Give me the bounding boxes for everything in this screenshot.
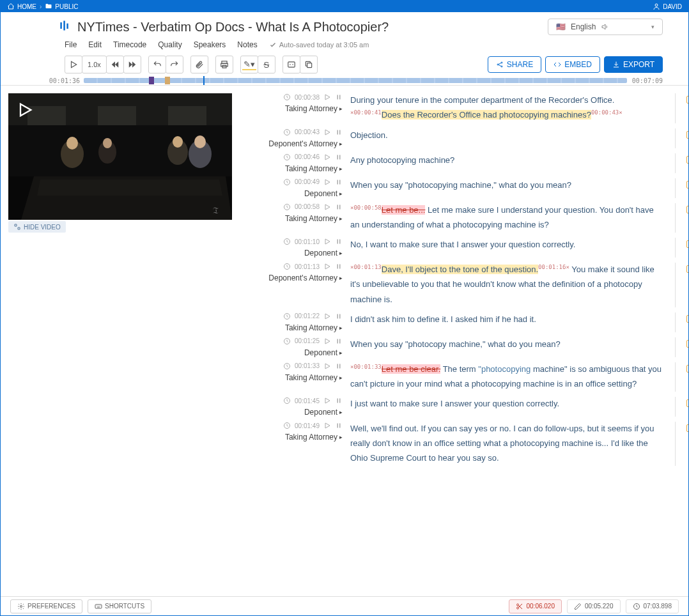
menu-timecode[interactable]: Timecode — [113, 40, 146, 49]
forward-button[interactable] — [123, 56, 141, 73]
export-button[interactable]: EXPORT — [604, 56, 663, 73]
pause-segment-icon[interactable] — [335, 312, 343, 320]
play-segment-icon[interactable] — [323, 397, 331, 404]
play-button[interactable] — [65, 56, 82, 73]
play-segment-icon[interactable] — [323, 337, 331, 345]
menu-notes[interactable]: Notes — [237, 40, 257, 49]
play-segment-icon[interactable] — [323, 422, 331, 429]
segment-text[interactable]: I just want to make sure I answer your q… — [350, 399, 559, 408]
copy-button[interactable] — [300, 56, 318, 73]
segment-body[interactable]: When you say "photocopying machine," wha… — [350, 178, 675, 198]
segment-body[interactable]: ×00:01:33Let me be clear. The term "phot… — [350, 362, 675, 392]
speed-button[interactable]: 1.0x — [82, 56, 107, 73]
print-button[interactable] — [215, 56, 233, 73]
pause-segment-icon[interactable] — [335, 203, 343, 211]
note-icon[interactable] — [686, 399, 688, 407]
play-segment-icon[interactable] — [323, 203, 331, 211]
undo-button[interactable] — [148, 56, 166, 73]
segment-speaker[interactable]: Deponent ▸ — [304, 189, 343, 198]
segment-body[interactable]: No, I want to make sure that I answer yo… — [350, 238, 675, 258]
play-segment-icon[interactable] — [323, 312, 331, 320]
segment-text[interactable]: When you say "photocopy machine," what d… — [350, 339, 561, 349]
segment-speaker[interactable]: Deponent ▸ — [304, 348, 343, 357]
caption-button[interactable] — [283, 56, 300, 73]
menu-file[interactable]: File — [65, 40, 77, 49]
preferences-button[interactable]: PREFERENCES — [10, 599, 82, 613]
pause-segment-icon[interactable] — [335, 337, 343, 345]
pause-segment-icon[interactable] — [335, 178, 343, 186]
segment-speaker[interactable]: Deponent's Attorney ▸ — [268, 139, 343, 148]
pause-segment-icon[interactable] — [335, 128, 343, 136]
rewind-button[interactable] — [106, 56, 124, 73]
menu-edit[interactable]: Edit — [88, 40, 102, 49]
segment-text[interactable]: I didn't ask him to define it. I asked h… — [350, 314, 536, 324]
note-icon[interactable] — [686, 96, 688, 104]
note-icon[interactable] — [686, 156, 688, 164]
note-icon[interactable] — [686, 206, 688, 213]
segment-text[interactable]: When you say "photocopying machine," wha… — [350, 180, 571, 190]
segment-speaker[interactable]: Taking Attorney ▸ — [285, 373, 343, 382]
pause-segment-icon[interactable] — [335, 263, 343, 270]
note-icon[interactable] — [686, 131, 688, 139]
segment-text[interactable]: During your tenure in the computer depar… — [350, 95, 614, 105]
segment-body[interactable]: Any photocopying machine? — [350, 153, 675, 173]
segment-speaker[interactable]: Taking Attorney ▸ — [285, 104, 343, 113]
segment-text[interactable]: The term — [440, 364, 478, 374]
play-segment-icon[interactable] — [323, 263, 331, 270]
segment-body[interactable]: I just want to make sure I answer your q… — [350, 397, 675, 417]
embed-button[interactable]: EMBED — [545, 56, 600, 73]
segment-text[interactable]: No, I want to make sure that I answer yo… — [350, 240, 575, 249]
timeline-scrubber[interactable] — [84, 78, 627, 83]
play-segment-icon[interactable] — [323, 178, 331, 186]
segment-text[interactable]: Objection. — [350, 130, 388, 140]
pause-segment-icon[interactable] — [335, 397, 343, 404]
segment-text[interactable]: Any photocopying machine? — [350, 155, 454, 165]
play-segment-icon[interactable] — [323, 362, 331, 370]
segment-speaker[interactable]: Deponent ▸ — [304, 249, 343, 258]
video-preview[interactable]: 𝔗 — [8, 93, 232, 220]
segment-highlight[interactable]: Does the Recorder's Office had photocopy… — [382, 110, 591, 119]
segment-speaker[interactable]: Taking Attorney ▸ — [285, 433, 343, 442]
note-icon[interactable] — [686, 240, 688, 248]
strikethrough-button[interactable]: S — [258, 56, 275, 73]
segment-body[interactable]: I didn't ask him to define it. I asked h… — [350, 312, 675, 332]
segment-speaker[interactable]: Taking Attorney ▸ — [285, 214, 343, 223]
note-icon[interactable] — [686, 315, 688, 323]
shortcuts-button[interactable]: SHORTCUTS — [88, 599, 151, 613]
play-segment-icon[interactable] — [323, 238, 331, 245]
segment-body[interactable]: During your tenure in the computer depar… — [350, 93, 675, 123]
segment-speaker[interactable]: Deponent ▸ — [304, 408, 343, 417]
segment-strike[interactable]: Let me be... — [382, 205, 426, 215]
segment-strike[interactable]: Let me be clear. — [382, 364, 441, 374]
segment-body[interactable]: Objection. — [350, 128, 675, 148]
segment-speaker[interactable]: Taking Attorney ▸ — [285, 323, 343, 332]
play-segment-icon[interactable] — [323, 93, 331, 101]
redo-button[interactable] — [166, 56, 183, 73]
note-icon[interactable] — [686, 265, 688, 273]
home-link[interactable]: HOME — [7, 3, 36, 10]
segment-text[interactable]: Well, we'll find out. If you can say yes… — [350, 424, 654, 463]
play-segment-icon[interactable] — [323, 153, 331, 161]
segment-body[interactable]: Well, we'll find out. If you can say yes… — [350, 422, 675, 466]
note-icon[interactable] — [686, 181, 688, 189]
segment-quote[interactable]: "photocopying — [478, 364, 530, 374]
pause-segment-icon[interactable] — [335, 362, 343, 370]
segment-speaker[interactable]: Taking Attorney ▸ — [285, 164, 343, 173]
share-button[interactable]: SHARE — [488, 56, 541, 73]
segment-body[interactable]: When you say "photocopy machine," what d… — [350, 337, 675, 357]
highlight-button[interactable]: ✎▾ — [240, 56, 258, 73]
segment-body[interactable]: ×00:01:13Dave, I'll object to the tone o… — [350, 263, 675, 307]
note-icon[interactable] — [686, 340, 688, 348]
hide-video-button[interactable]: HIDE VIDEO — [8, 221, 66, 233]
language-selector[interactable]: 🇺🇸 English ▾ — [548, 19, 663, 35]
pause-segment-icon[interactable] — [335, 93, 343, 101]
pause-segment-icon[interactable] — [335, 422, 343, 429]
menu-quality[interactable]: Quality — [158, 40, 182, 49]
play-segment-icon[interactable] — [323, 128, 331, 136]
note-icon[interactable] — [686, 424, 688, 432]
attach-button[interactable] — [190, 56, 208, 73]
pause-segment-icon[interactable] — [335, 153, 343, 161]
transcript-list[interactable]: 00:00:38 Taking Attorney ▸ During your t… — [232, 86, 688, 596]
pause-segment-icon[interactable] — [335, 238, 343, 245]
segment-speaker[interactable]: Deponent's Attorney ▸ — [268, 273, 343, 282]
